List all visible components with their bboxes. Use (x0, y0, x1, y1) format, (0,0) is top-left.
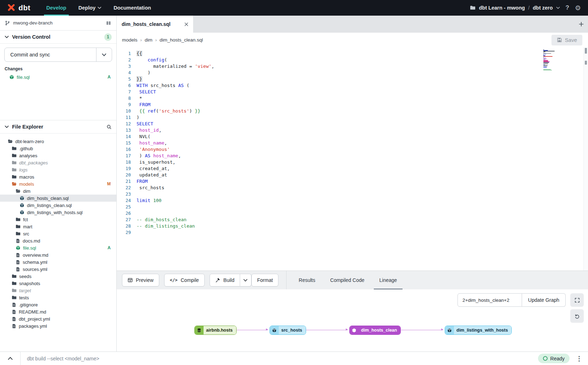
kebab-menu-icon[interactable]: ⋮ (576, 355, 582, 363)
code-line[interactable]: 5}} (118, 76, 588, 82)
docs-panes-icon[interactable] (106, 21, 111, 26)
changed-file-row[interactable]: file.sql A (0, 73, 116, 81)
tree-item[interactable]: dim (0, 187, 116, 195)
gear-icon[interactable]: ⚙ (575, 5, 581, 11)
code-line[interactable]: 19 created_at, (118, 165, 588, 171)
code-line[interactable]: 24limit 100 (118, 197, 588, 203)
tree-item[interactable]: dim_hosts_clean.sql (0, 195, 116, 202)
tree-item[interactable]: tests (0, 294, 116, 301)
command-input[interactable] (21, 352, 538, 365)
tab-dim-hosts-clean[interactable]: dim_hosts_clean.sql (117, 16, 194, 33)
build-button[interactable]: Build (210, 274, 240, 287)
compile-button[interactable]: </> Compile (164, 274, 205, 287)
close-icon[interactable] (184, 22, 188, 26)
code-line[interactable]: 26 (118, 210, 588, 216)
tab-results[interactable]: Results (298, 271, 316, 290)
breadcrumb-file[interactable]: dim_hosts_clean.sql (160, 37, 203, 43)
lineage-node[interactable]: dim_listings_with_hosts (445, 326, 512, 335)
nav-deploy[interactable]: Deploy (72, 0, 107, 16)
code-line[interactable]: 2 config( (118, 56, 588, 63)
chevron-up-icon[interactable] (0, 352, 21, 365)
tab-lineage[interactable]: Lineage (379, 271, 398, 290)
breadcrumb-dim[interactable]: dim (145, 37, 152, 43)
tree-item[interactable]: overview.md (0, 251, 116, 258)
tab-compiled-code[interactable]: Compiled Code (329, 271, 365, 290)
tree-item[interactable]: fct (0, 216, 116, 223)
line-number: 25 (118, 204, 131, 209)
lineage-edge (305, 330, 348, 330)
line-number: 27 (118, 217, 131, 222)
branch-bar[interactable]: mwong-dev-branch (0, 16, 116, 31)
tree-item[interactable]: logs (0, 166, 116, 173)
tree-item[interactable]: snapshots (0, 280, 116, 287)
version-control-header[interactable]: Version Control 1 (0, 31, 116, 44)
tree-item[interactable]: dbt-learn-zero (0, 138, 116, 145)
code-line[interactable]: 20 updated_at (118, 171, 588, 178)
tree-item[interactable]: docs.md (0, 237, 116, 244)
minimap[interactable] (543, 49, 564, 71)
code-line[interactable]: 12SELECT (118, 120, 588, 127)
code-line[interactable]: 28-- dim_listings_clean (118, 223, 588, 229)
code-line[interactable]: 1{{ (118, 50, 588, 56)
code-line[interactable]: 11) (118, 114, 588, 120)
tree-item[interactable]: macros (0, 173, 116, 180)
code-line[interactable]: 6WITH src_hosts AS ( (118, 82, 588, 88)
code-line[interactable]: 8 * (118, 95, 588, 101)
lineage-node[interactable]: src_hosts (270, 326, 306, 335)
code-line[interactable]: 7 SELECT (118, 88, 588, 95)
tree-item[interactable]: dim_listings_clean.sql (0, 202, 116, 209)
search-icon[interactable] (106, 124, 112, 130)
tree-item[interactable]: packages.yml (0, 322, 116, 329)
preview-button[interactable]: Preview (122, 274, 159, 287)
code-line[interactable]: 14 NVL( (118, 133, 588, 140)
tree-item[interactable]: sources.yml (0, 266, 116, 273)
code-line[interactable]: 10 {{ ref('src_hosts') }} (118, 108, 588, 114)
file-explorer-header[interactable]: File Explorer (0, 120, 116, 134)
editor-scrollbar[interactable] (583, 47, 588, 271)
build-options-chevron[interactable] (240, 274, 251, 287)
help-icon[interactable]: ? (566, 4, 569, 11)
code-line[interactable]: 4 ) (118, 69, 588, 76)
tree-item[interactable]: README.md (0, 308, 116, 315)
code-line[interactable]: 22 src_hosts (118, 184, 588, 191)
code-line[interactable]: 13 host_id, (118, 127, 588, 133)
tree-item[interactable]: analyses (0, 152, 116, 159)
lineage-node[interactable]: airbnb.hosts (194, 326, 237, 335)
tree-item[interactable]: seeds (0, 273, 116, 280)
code-line[interactable]: 3 materialized = 'view', (118, 63, 588, 69)
tree-item[interactable]: target (0, 287, 116, 294)
tree-item[interactable]: .github (0, 145, 116, 152)
new-tab-plus-icon[interactable] (579, 16, 584, 33)
code-line[interactable]: 25 (118, 203, 588, 210)
tree-item[interactable]: schema.yml (0, 258, 116, 266)
code-line[interactable]: 16 'Anonymous' (118, 146, 588, 152)
breadcrumb-models[interactable]: models (122, 37, 138, 43)
code-line[interactable]: 23 (118, 191, 588, 197)
code-line[interactable]: 9 FROM (118, 101, 588, 108)
tree-item[interactable]: dim_listings_with_hosts.sql (0, 209, 116, 216)
tree-item[interactable]: mart (0, 223, 116, 230)
status-badge[interactable]: Ready (538, 354, 570, 363)
code-editor[interactable]: 1{{2 config(3 materialized = 'view',4 )5… (117, 47, 588, 271)
code-line[interactable]: 18 is_superhost, (118, 159, 588, 165)
code-line[interactable]: 15 host_name, (118, 140, 588, 146)
tree-item[interactable]: file.sqlA (0, 244, 116, 251)
lineage-node[interactable]: dim_hosts_clean (349, 326, 401, 335)
commit-options-chevron[interactable] (96, 48, 112, 61)
nav-develop[interactable]: Develop (40, 0, 72, 16)
nav-documentation[interactable]: Documentation (107, 0, 157, 16)
format-button[interactable]: Format (251, 274, 278, 287)
account-selector[interactable]: dbt Learn - mwong / dbt zero (470, 5, 560, 11)
tree-item[interactable]: dbt_project.yml (0, 315, 116, 322)
tree-item[interactable]: .gitignore (0, 301, 116, 308)
tree-item[interactable]: modelsM (0, 180, 116, 187)
commit-and-sync-button[interactable]: Commit and sync (4, 48, 112, 62)
tree-item[interactable]: dbt_packages (0, 159, 116, 166)
tree-item[interactable]: src (0, 230, 116, 237)
code-line[interactable]: 29 (118, 229, 588, 235)
code-line[interactable]: 17 ) AS host_name, (118, 152, 588, 159)
save-button[interactable]: Save (551, 35, 582, 45)
code-line[interactable]: 21FROM (118, 178, 588, 184)
code-line[interactable]: 27-- dim_hosts_clean (118, 216, 588, 223)
dbt-logo[interactable]: dbt (0, 0, 40, 16)
